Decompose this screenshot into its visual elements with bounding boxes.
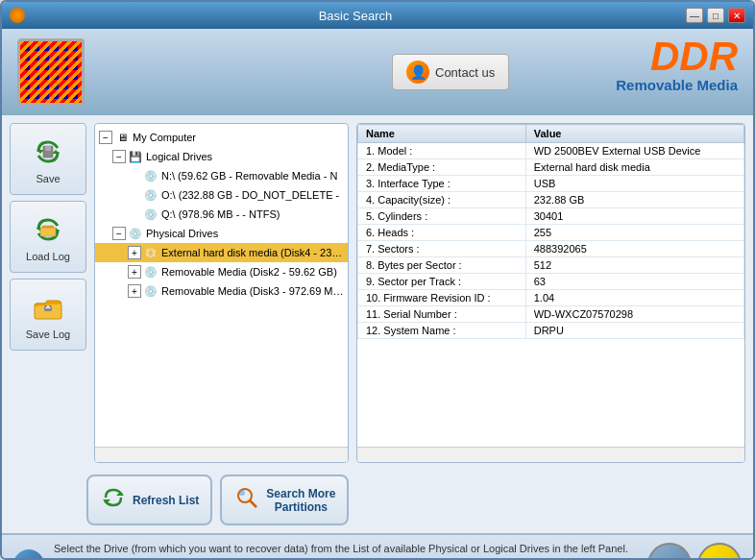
expand-disk4[interactable]: + — [128, 246, 141, 259]
tree-root[interactable]: − 🖥 My Computer — [95, 128, 348, 147]
drive-q-label: Q:\ (978.96 MB - - NTFS) — [161, 208, 280, 220]
window-title: Basic Search — [25, 9, 686, 23]
col-name-header: Name — [358, 125, 526, 143]
title-bar: Basic Search — □ ✕ — [2, 2, 753, 29]
search-more-partitions-button[interactable]: Search More Partitions — [220, 475, 349, 525]
header: 👤 Contact us DDR Removable Media — [2, 29, 753, 115]
expand-disk2[interactable]: + — [128, 265, 141, 279]
disk2-icon: 💿 — [143, 264, 158, 280]
prop-name-10: 10. Firmware Revision ID : — [358, 290, 526, 306]
svg-line-14 — [250, 500, 256, 507]
drive-n-label: N:\ (59.62 GB - Removable Media - N — [161, 170, 337, 182]
prop-row-11: 11. Serial Number :WD-WXCZ07570298 — [358, 306, 744, 323]
col-value-header: Value — [525, 125, 743, 143]
disk4-label: External hard disk media (Disk4 - 23… — [161, 247, 342, 258]
save-label: Save — [36, 173, 60, 184]
physical-drives-node[interactable]: − 💿 Physical Drives — [95, 224, 348, 243]
svg-rect-3 — [45, 146, 51, 151]
tree-root-label: My Computer — [133, 132, 196, 143]
status-icon: i — [13, 549, 44, 560]
prop-row-9: 9. Sector per Track :63 — [358, 274, 744, 290]
refresh-list-button[interactable]: Refresh List — [86, 475, 212, 525]
save-button[interactable]: Save — [10, 123, 86, 195]
prop-value-6: 255 — [525, 225, 743, 241]
properties-panel: Name Value 1. Model :WD 2500BEV External… — [356, 123, 745, 463]
status-bar: i Select the Drive (from which you want … — [2, 533, 753, 560]
tree-expand-logical[interactable]: − — [112, 150, 126, 163]
load-log-button[interactable]: Load Log — [10, 201, 86, 273]
tree-physical-disk4[interactable]: + 📀 External hard disk media (Disk4 - 23… — [95, 243, 348, 262]
prop-row-6: 6. Heads :255 — [358, 225, 744, 241]
prop-row-1: 1. Model :WD 2500BEV External USB Device — [358, 143, 744, 159]
prop-value-8: 512 — [525, 257, 743, 274]
contact-label: Contact us — [435, 65, 495, 80]
prop-value-4: 232.88 GB — [525, 192, 743, 208]
tree-physical-disk3[interactable]: + 💿 Removable Media (Disk3 - 972.69 M… — [95, 281, 348, 301]
prop-name-3: 3. Interface Type : — [358, 176, 526, 192]
prop-row-2: 2. MediaType :External hard disk media — [358, 159, 744, 176]
drive-o-label: O:\ (232.88 GB - DO_NOT_DELETE - — [161, 189, 339, 201]
prop-name-6: 6. Heads : — [358, 225, 526, 241]
prop-name-5: 5. Cylinders : — [358, 208, 526, 225]
logical-drives-node[interactable]: − 💾 Logical Drives — [95, 147, 348, 166]
prop-name-2: 2. MediaType : — [358, 159, 526, 176]
tree-content[interactable]: − 🖥 My Computer − 💾 Logical Drives + 💿 N… — [95, 124, 348, 447]
disk2-label: Removable Media (Disk2 - 59.62 GB) — [161, 266, 337, 278]
prop-row-5: 5. Cylinders :30401 — [358, 208, 744, 225]
app-logo — [17, 38, 85, 106]
window-controls: — □ ✕ — [686, 8, 745, 23]
brand-area: DDR Removable Media — [616, 37, 738, 93]
close-button[interactable]: ✕ — [728, 8, 745, 23]
prop-value-3: USB — [525, 176, 743, 192]
refresh-icon — [100, 484, 127, 516]
drive-o-icon: 💿 — [143, 187, 158, 203]
main-content: Save Load Log — [2, 115, 753, 471]
contact-us-button[interactable]: 👤 Contact us — [392, 54, 509, 90]
tree-expand-root[interactable]: − — [99, 131, 112, 144]
brand-subtitle: Removable Media — [616, 77, 738, 93]
computer-icon: 🖥 — [114, 130, 130, 145]
maximize-button[interactable]: □ — [707, 8, 724, 23]
tree-drive-n[interactable]: + 💿 N:\ (59.62 GB - Removable Media - N — [95, 166, 348, 185]
prop-value-1: WD 2500BEV External USB Device — [525, 143, 743, 159]
prop-value-2: External hard disk media — [525, 159, 743, 176]
disk3-icon: 💿 — [143, 283, 158, 299]
expand-disk3[interactable]: + — [128, 284, 141, 298]
prop-name-1: 1. Model : — [358, 143, 526, 159]
contact-icon: 👤 — [406, 61, 429, 84]
prop-value-10: 1.04 — [525, 290, 743, 306]
prop-name-7: 7. Sectors : — [358, 241, 526, 257]
action-area: Refresh List Search More Partitions — [2, 471, 753, 533]
physical-drives-label: Physical Drives — [146, 228, 218, 239]
disk3-label: Removable Media (Disk3 - 972.69 M… — [161, 285, 344, 297]
prop-row-10: 10. Firmware Revision ID :1.04 — [358, 290, 744, 306]
save-log-button[interactable]: Save Log — [10, 279, 86, 351]
tree-drive-o[interactable]: + 💿 O:\ (232.88 GB - DO_NOT_DELETE - — [95, 185, 348, 205]
prop-row-3: 3. Interface Type :USB — [358, 176, 744, 192]
minimize-button[interactable]: — — [686, 8, 703, 23]
next-button[interactable]: ▶ — [697, 543, 742, 560]
refresh-list-label: Refresh List — [133, 494, 199, 507]
save-log-label: Save Log — [26, 329, 70, 340]
sidebar: Save Load Log — [10, 123, 86, 463]
logical-drives-label: Logical Drives — [146, 151, 212, 162]
physical-drives-icon: 💿 — [128, 226, 143, 241]
prop-row-4: 4. Capacity(size) :232.88 GB — [358, 192, 744, 208]
save-icon — [31, 134, 65, 169]
app-icon — [10, 8, 25, 23]
back-button[interactable]: ◀ — [647, 543, 692, 560]
properties-table-container[interactable]: Name Value 1. Model :WD 2500BEV External… — [357, 124, 744, 447]
prop-name-9: 9. Sector per Track : — [358, 274, 526, 290]
tree-physical-disk2[interactable]: + 💿 Removable Media (Disk2 - 59.62 GB) — [95, 262, 348, 281]
drive-q-icon: 💿 — [143, 207, 158, 222]
tree-expand-physical[interactable]: − — [112, 227, 126, 240]
status-text: Select the Drive (from which you want to… — [54, 541, 638, 560]
svg-point-13 — [239, 490, 245, 496]
prop-value-11: WD-WXCZ07570298 — [525, 306, 743, 323]
prop-value-5: 30401 — [525, 208, 743, 225]
tree-drive-q[interactable]: + 💿 Q:\ (978.96 MB - - NTFS) — [95, 205, 348, 224]
tree-scrollbar-h[interactable] — [95, 447, 348, 462]
properties-scrollbar-h[interactable] — [357, 447, 744, 462]
search-partitions-label: Search More Partitions — [266, 487, 335, 514]
prop-value-12: DRPU — [525, 323, 743, 339]
